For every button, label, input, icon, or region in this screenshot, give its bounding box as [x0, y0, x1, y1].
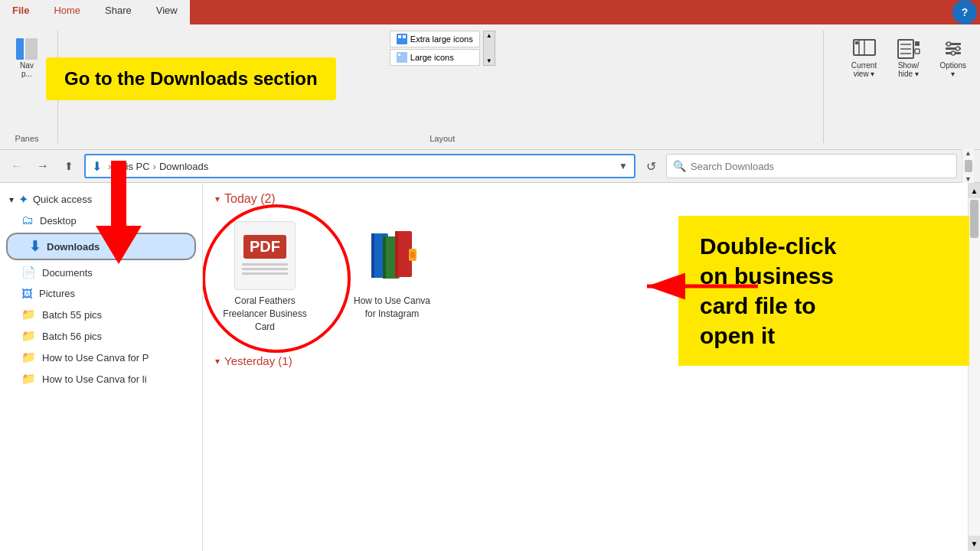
folder-icon: 📁 [21, 350, 36, 364]
callout-top-text: Go to the Downloads section [64, 68, 318, 89]
show-hide-btn[interactable]: Show/hide ▾ [890, 34, 928, 81]
sidebar-item-batch56[interactable]: 📁 Batch 56 pics [0, 325, 202, 347]
svg-rect-25 [371, 233, 374, 278]
sidebar-item-downloads[interactable]: ⬇ Downloads [6, 233, 196, 260]
svg-rect-29 [395, 231, 398, 277]
scroll-down-btn[interactable]: ▼ [969, 536, 980, 551]
layout-options: Extra large icons Large icons ▲ ▼ [390, 31, 495, 66]
back-button[interactable]: ← [6, 155, 28, 177]
sidebar-item-canva1[interactable]: 📁 How to Use Canva for P [0, 347, 202, 368]
sidebar-item-label: Pictures [39, 288, 75, 299]
search-box[interactable]: 🔍 [666, 154, 957, 178]
pdf-badge: PDF [243, 235, 286, 259]
today-section-header[interactable]: ▾ Today (2) [215, 192, 956, 206]
refresh-button[interactable]: ↺ [640, 155, 662, 177]
forward-button[interactable]: → [32, 155, 54, 177]
svg-rect-15 [915, 41, 920, 46]
quick-access-label: Quick access [33, 194, 92, 205]
svg-rect-10 [855, 41, 858, 44]
sidebar-item-label: Batch 56 pics [42, 331, 102, 342]
winrar-icon-wrap [358, 221, 426, 290]
star-icon: ✦ [18, 192, 28, 207]
sidebar-item-batch55[interactable]: 📁 Batch 55 pics [0, 304, 202, 325]
today-label: Today (2) [224, 192, 276, 206]
svg-point-22 [951, 51, 955, 55]
winrar-icon [365, 223, 419, 289]
ribbon-tabs: File Home Share View ? [0, 0, 980, 24]
pdf-icon: PDF [234, 221, 296, 290]
sidebar-item-label: Downloads [47, 241, 100, 253]
sidebar-item-canva2[interactable]: 📁 How to Use Canva for li [0, 368, 202, 390]
layout-label: Layout [430, 131, 455, 143]
folder-icon: 📁 [21, 372, 36, 386]
svg-rect-31 [410, 252, 415, 258]
sidebar: ▾ ✦ Quick access 🗂 Desktop ⬇ Downloads 📄… [0, 183, 203, 551]
folder-icon: 🗂 [21, 214, 34, 227]
callout-right: Double-click on business card file to op… [678, 216, 969, 366]
path-dropdown-arrow[interactable]: ▼ [619, 161, 628, 171]
yesterday-label: Yesterday (1) [224, 354, 292, 367]
scrollbar[interactable]: ▲ ▼ [968, 183, 980, 551]
download-icon: ⬇ [29, 238, 41, 255]
layout-scroll[interactable]: ▲ ▼ [483, 31, 495, 66]
tab-share[interactable]: Share [93, 0, 144, 24]
svg-rect-16 [915, 49, 920, 54]
collapse-icon: ▾ [215, 194, 220, 204]
doc-icon: 📄 [21, 266, 36, 279]
path-thispc[interactable]: This PC [114, 161, 149, 172]
sidebar-item-pictures[interactable]: 🖼 Pictures [0, 283, 202, 304]
callout-top: Go to the Downloads section [46, 57, 336, 100]
tab-file[interactable]: File [0, 0, 41, 24]
nav-pane-icon [15, 37, 39, 61]
address-path[interactable]: ⬇ › This PC › Downloads ▼ [84, 154, 635, 178]
extra-large-icons-btn[interactable]: Extra large icons [390, 31, 480, 47]
sidebar-item-documents[interactable]: 📄 Documents [0, 262, 202, 283]
pic-icon: 🖼 [21, 287, 33, 300]
sidebar-item-label: Documents [42, 267, 93, 279]
large-icons-btn[interactable]: Large icons [390, 49, 480, 66]
tab-home[interactable]: Home [41, 0, 93, 24]
file-item-pdf[interactable]: PDF Coral Feathers Freelancer Business C… [215, 215, 315, 339]
pdf-icon-wrap: PDF [230, 221, 299, 290]
collapse-icon-yesterday: ▾ [215, 356, 220, 367]
panes-label: Panes [15, 131, 38, 143]
tab-view[interactable]: View [144, 0, 190, 24]
file-name-winrar: How to Use Canva for Instagram [348, 295, 436, 321]
sidebar-item-desktop[interactable]: 🗂 Desktop [0, 210, 202, 231]
sidebar-item-label: Desktop [40, 215, 77, 227]
up-button[interactable]: ⬆ [58, 155, 80, 177]
view-buttons-group: Currentview ▾ Show/hide ▾ Options▾ [839, 31, 972, 81]
folder-icon: 📁 [21, 329, 36, 343]
scroll-up-btn[interactable]: ▲ [969, 183, 980, 198]
path-downloads[interactable]: Downloads [159, 161, 208, 172]
current-view-btn[interactable]: Currentview ▾ [845, 34, 884, 81]
sidebar-item-label: How to Use Canva for li [42, 373, 147, 385]
svg-rect-3 [398, 35, 401, 38]
svg-rect-27 [383, 236, 386, 279]
sidebar-section-quickaccess: ▾ ✦ Quick access 🗂 Desktop ⬇ Downloads 📄… [0, 189, 202, 390]
search-icon: 🔍 [673, 160, 686, 172]
options-btn[interactable]: Options▾ [934, 34, 972, 81]
nav-pane-btn[interactable]: Navp... [8, 34, 46, 81]
svg-rect-6 [398, 54, 400, 56]
svg-rect-4 [403, 35, 406, 38]
chevron-icon: ▾ [9, 194, 14, 205]
svg-point-20 [946, 42, 950, 46]
layout-top: Extra large icons Large icons ▲ ▼ [390, 31, 495, 66]
folder-icon: 📁 [21, 308, 36, 321]
quick-access-header[interactable]: ▾ ✦ Quick access [0, 189, 202, 210]
scroll-right-top: ▲ ▼ [962, 149, 974, 183]
svg-point-21 [956, 47, 959, 51]
file-name-pdf: Coral Feathers Freelancer Business Card [221, 295, 309, 333]
svg-rect-0 [16, 38, 24, 60]
search-input[interactable] [691, 161, 950, 172]
callout-right-text: Double-click on business card file to op… [700, 233, 836, 348]
sidebar-item-label: How to Use Canva for P [42, 352, 149, 364]
svg-rect-1 [25, 38, 38, 60]
scroll-thumb[interactable] [970, 200, 978, 238]
address-bar: ← → ⬆ ⬇ › This PC › Downloads ▼ ↺ 🔍 ▲ ▼ [0, 149, 980, 183]
sidebar-item-label: Batch 55 pics [42, 309, 102, 321]
pdf-lines [242, 263, 288, 277]
file-item-winrar[interactable]: How to Use Canva for Instagram [342, 215, 442, 339]
